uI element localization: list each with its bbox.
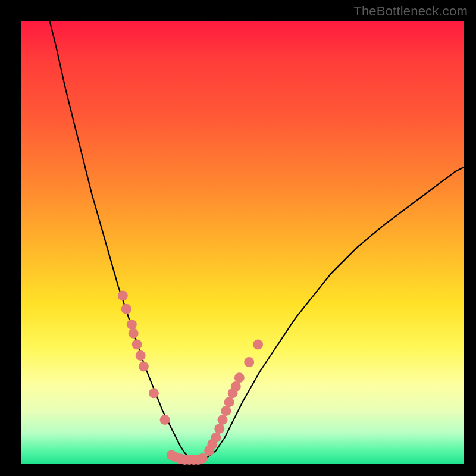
- chart-marker: [121, 304, 131, 314]
- chart-marker: [160, 415, 170, 425]
- chart-marker: [253, 339, 263, 349]
- chart-plot-area: [21, 21, 464, 464]
- chart-marker: [231, 381, 241, 392]
- chart-marker: [139, 362, 149, 372]
- chart-marker: [136, 350, 146, 361]
- chart-marker: [118, 290, 128, 300]
- chart-marker: [149, 388, 159, 398]
- chart-marker: [214, 424, 224, 434]
- chart-marker: [244, 357, 254, 367]
- chart-marker: [221, 406, 231, 416]
- chart-marker: [224, 397, 234, 407]
- chart-marker: [132, 339, 142, 349]
- chart-marker: [198, 453, 208, 464]
- watermark-text: TheBottleneck.com: [353, 4, 468, 19]
- chart-markers: [118, 290, 263, 465]
- chart-svg: [21, 21, 464, 464]
- chart-marker: [211, 433, 221, 443]
- chart-marker: [234, 372, 245, 383]
- chart-marker: [218, 415, 228, 425]
- chart-curve: [48, 12, 464, 459]
- chart-frame: TheBottleneck.com: [0, 0, 476, 476]
- chart-marker: [127, 320, 137, 330]
- chart-marker: [129, 328, 139, 339]
